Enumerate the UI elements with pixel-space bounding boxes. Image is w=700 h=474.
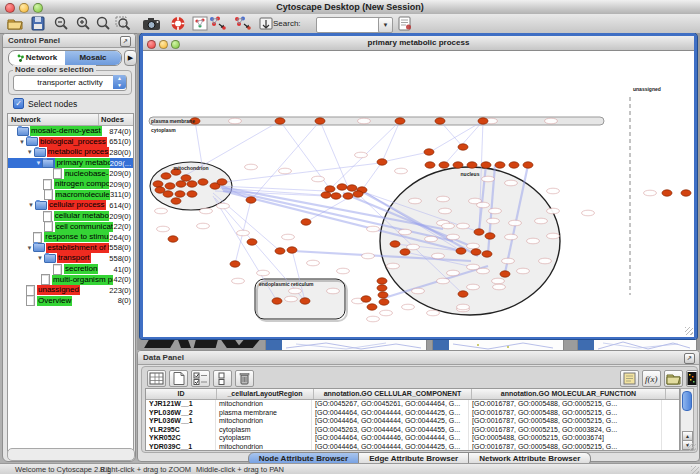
zoom-in-icon[interactable] (75, 16, 91, 31)
tree-row-count: 209(0) (109, 169, 133, 178)
float-panel-icon[interactable]: ↗ (120, 36, 131, 47)
gene-node (495, 162, 505, 168)
column-header[interactable]: annotation.GO CELLULAR_COMPONENT (314, 389, 472, 399)
close-button[interactable] (5, 3, 15, 13)
tab-overflow-arrow[interactable]: ▶ (124, 50, 137, 66)
network-window-titlebar[interactable]: primary metabolic process (143, 36, 694, 51)
formula-builder-icon[interactable]: f(x) (642, 370, 661, 387)
tree-row[interactable]: unassigned223(0) (8, 285, 133, 296)
matrix-icon[interactable] (686, 370, 698, 387)
tree-row[interactable]: ▼establishment of lo558(0) (8, 243, 133, 254)
attribute-table[interactable]: ID_cellularLayoutRegionannotation.GO CEL… (145, 388, 680, 451)
float-panel-icon[interactable]: ↗ (684, 353, 695, 364)
tab-network[interactable]: Network (9, 51, 65, 65)
attribute-table-icon[interactable] (147, 370, 166, 387)
tree-row[interactable]: cellular metabol209(0) (8, 211, 133, 222)
app-resize-grip[interactable] (691, 466, 699, 474)
svg-text:endoplasmic reticulum: endoplasmic reticulum (259, 281, 314, 287)
tree-row[interactable]: cell communicat22(0) (8, 221, 133, 232)
tree-row[interactable]: response to stimulu264(0) (8, 232, 133, 243)
table-row[interactable]: YLR295Ccytoplasm[GO:0045263, GO:0044464,… (146, 426, 679, 435)
network-overview-icon[interactable] (192, 16, 208, 31)
panel-resize-grip[interactable] (688, 443, 696, 451)
tree-row[interactable]: ▼metabolic process280(0) (8, 147, 133, 158)
window-controls[interactable] (5, 3, 43, 13)
tree-row[interactable]: ▼biological_process651(0) (8, 137, 133, 148)
table-row[interactable]: YJR121W__1mitochondrion[GO:0045267, GO:0… (146, 400, 679, 409)
tree-header-network[interactable]: Network (8, 114, 99, 125)
column-header[interactable]: ID (146, 389, 217, 399)
new-attribute-icon[interactable] (169, 370, 188, 387)
snapshot-camera-icon[interactable] (142, 16, 161, 31)
tree-row[interactable]: secretion41(0) (8, 264, 133, 275)
table-scrollbar[interactable]: ▲ ▼ (680, 388, 694, 451)
network-canvas[interactable]: plasma membranecytoplasmmitochondrionnuc… (143, 51, 694, 337)
search-dropdown-arrow[interactable]: ▼ (378, 17, 393, 33)
tree-row-label: establishment of lo (46, 243, 109, 253)
data-panel-title: Data Panel (143, 353, 184, 362)
network-minimize-button[interactable] (159, 40, 168, 49)
attribute-table-header[interactable]: ID_cellularLayoutRegionannotation.GO CEL… (146, 389, 679, 400)
open-attribute-file-icon[interactable] (664, 370, 683, 387)
window-resize-grip[interactable] (685, 327, 693, 335)
network-zoom-button[interactable] (171, 40, 180, 49)
zoom-selected-icon[interactable] (115, 16, 131, 31)
table-cell: YJR121W__1 (146, 400, 216, 409)
gene-node (367, 304, 377, 310)
tree-row[interactable]: macromolecule311(0) (8, 190, 133, 201)
tree-row[interactable]: multi-organism pro42(0) (8, 274, 133, 285)
tree-row[interactable]: nitrogen compo209(0) (8, 179, 133, 190)
tree-row[interactable]: ▼transport558(0) (8, 253, 133, 264)
destroy-network-icon[interactable] (258, 16, 274, 31)
network-close-button[interactable] (147, 40, 156, 49)
tree-row[interactable]: ▼primary metabo209(... (8, 158, 133, 169)
control-panel-tabs: Network Mosaic (8, 50, 122, 66)
tree-row[interactable]: ▼cellular process614(0) (8, 200, 133, 211)
zoom-out-icon[interactable] (53, 16, 69, 31)
table-cell: [GO:0044464, GO:0044444, GO:0044425, G..… (312, 417, 469, 426)
minimize-button[interactable] (19, 3, 29, 13)
column-header[interactable]: annotation.GO MOLECULAR_FUNCTION (472, 389, 666, 399)
zoom-fit-icon[interactable] (95, 16, 111, 31)
gene-node (171, 198, 181, 204)
tab-mosaic[interactable]: Mosaic (65, 51, 121, 65)
save-session-icon[interactable] (30, 16, 46, 31)
new-network-file-icon[interactable] (233, 16, 253, 31)
tree-row-label: primary metabo (55, 158, 109, 168)
table-cell: YKR052C (146, 434, 216, 443)
tree-row-count: 614(0) (109, 201, 133, 210)
table-cell: cytoplasm (216, 434, 312, 443)
tree-row[interactable]: mosaic-demo-yeast874(0) (8, 126, 133, 137)
unselect-attributes-icon[interactable] (213, 370, 232, 387)
scrollbar-thumb[interactable] (682, 391, 692, 411)
tree-row-label: secretion (64, 264, 98, 274)
tree-row[interactable]: nucleobase-209(0) (8, 168, 133, 179)
select-attributes-icon[interactable] (191, 370, 210, 387)
search-options-icon[interactable] (397, 16, 413, 31)
table-row[interactable]: YDR039C__1mitochondrion[GO:0044464, GO:0… (146, 443, 679, 451)
tree-header[interactable]: Network Nodes (8, 114, 133, 126)
search-input[interactable] (316, 17, 382, 33)
gene-node (377, 159, 387, 165)
import-attributes-icon[interactable] (620, 370, 639, 387)
gene-node (662, 190, 672, 196)
zoom-button[interactable] (33, 3, 43, 13)
tree-row-count: 223(0) (109, 286, 133, 295)
table-row[interactable]: YKR052Ccytoplasm[GO:0044464, GO:0044446,… (146, 434, 679, 443)
select-nodes-checkbox[interactable]: ✓ (13, 98, 24, 109)
delete-attribute-icon[interactable] (235, 370, 254, 387)
tree-header-nodes[interactable]: Nodes (99, 114, 133, 125)
tree-row-count: 209(0) (109, 180, 133, 189)
table-row[interactable]: YPL036W__2plasma membrane[GO:0044464, GO… (146, 409, 679, 418)
node-color-dropdown[interactable]: transporter activity ▲▼ (13, 75, 127, 91)
svg-text:f(x): f(x) (645, 374, 658, 384)
help-lifering-icon[interactable] (170, 16, 186, 31)
column-header[interactable]: _cellularLayoutRegion (217, 389, 314, 399)
gene-node (482, 251, 492, 257)
tree-row[interactable]: Overview8(0) (8, 296, 133, 307)
table-row[interactable]: YPL036W__1mitochondrion[GO:0044464, GO:0… (146, 417, 679, 426)
network-view-window[interactable]: primary metabolic process plasma membran… (140, 33, 697, 339)
open-file-icon[interactable] (7, 16, 23, 31)
node-color-dropdown-value: transporter activity (37, 78, 102, 87)
new-network-from-selection-icon[interactable] (208, 16, 228, 31)
